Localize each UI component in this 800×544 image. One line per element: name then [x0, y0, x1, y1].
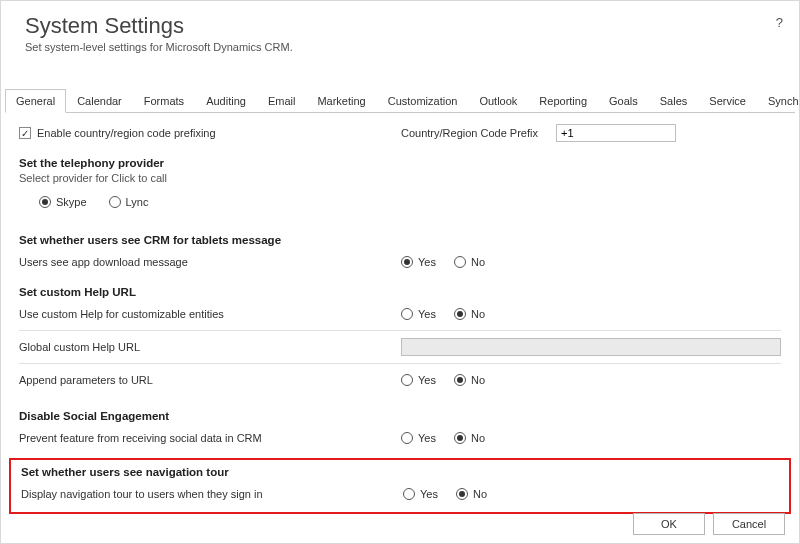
- radio-icon: [401, 308, 413, 320]
- tab-general[interactable]: General: [5, 89, 66, 113]
- tablets-label: Users see app download message: [19, 256, 401, 268]
- help-append-yes-radio[interactable]: Yes: [401, 374, 436, 386]
- tablets-no-radio[interactable]: No: [454, 256, 485, 268]
- telephony-section-desc: Select provider for Click to call: [19, 172, 781, 184]
- social-no-radio[interactable]: No: [454, 432, 485, 444]
- enable-prefix-checkbox[interactable]: ✓ Enable country/region code prefixing: [19, 127, 216, 139]
- help-append-label: Append parameters to URL: [19, 374, 401, 386]
- help-custom-no-radio[interactable]: No: [454, 308, 485, 320]
- page-subtitle: Set system-level settings for Microsoft …: [25, 41, 775, 53]
- help-url-label: Global custom Help URL: [19, 341, 401, 353]
- prefix-input[interactable]: [556, 124, 676, 142]
- checkbox-icon: ✓: [19, 127, 31, 139]
- prefix-field-label: Country/Region Code Prefix: [401, 127, 538, 139]
- radio-icon: [454, 432, 466, 444]
- radio-icon: [454, 256, 466, 268]
- tab-formats[interactable]: Formats: [133, 89, 195, 112]
- telephony-skype-radio[interactable]: Skype: [39, 196, 87, 208]
- radio-icon: [39, 196, 51, 208]
- tab-calendar[interactable]: Calendar: [66, 89, 133, 112]
- tab-reporting[interactable]: Reporting: [528, 89, 598, 112]
- enable-prefix-label: Enable country/region code prefixing: [37, 127, 216, 139]
- tablets-section-title: Set whether users see CRM for tablets me…: [19, 234, 781, 246]
- tab-auditing[interactable]: Auditing: [195, 89, 257, 112]
- ok-button[interactable]: OK: [633, 513, 705, 535]
- help-url-input[interactable]: [401, 338, 781, 356]
- tab-customization[interactable]: Customization: [377, 89, 469, 112]
- telephony-section-title: Set the telephony provider: [19, 157, 781, 169]
- radio-icon: [454, 308, 466, 320]
- page-title: System Settings: [25, 13, 775, 39]
- tab-outlook[interactable]: Outlook: [468, 89, 528, 112]
- navtour-label: Display navigation tour to users when th…: [21, 488, 403, 500]
- radio-icon: [109, 196, 121, 208]
- tab-service[interactable]: Service: [698, 89, 757, 112]
- help-custom-label: Use custom Help for customizable entitie…: [19, 308, 401, 320]
- radio-icon: [401, 432, 413, 444]
- tab-sales[interactable]: Sales: [649, 89, 699, 112]
- cancel-button[interactable]: Cancel: [713, 513, 785, 535]
- social-yes-radio[interactable]: Yes: [401, 432, 436, 444]
- tab-goals[interactable]: Goals: [598, 89, 649, 112]
- navtour-section-title: Set whether users see navigation tour: [21, 466, 779, 478]
- help-custom-yes-radio[interactable]: Yes: [401, 308, 436, 320]
- radio-icon: [401, 256, 413, 268]
- tab-marketing[interactable]: Marketing: [306, 89, 376, 112]
- social-label: Prevent feature from receiving social da…: [19, 432, 401, 444]
- tab-synchronization[interactable]: Synchronization: [757, 89, 800, 112]
- tablets-yes-radio[interactable]: Yes: [401, 256, 436, 268]
- radio-icon: [403, 488, 415, 500]
- social-section-title: Disable Social Engagement: [19, 410, 781, 422]
- radio-icon: [401, 374, 413, 386]
- navtour-yes-radio[interactable]: Yes: [403, 488, 438, 500]
- help-section-title: Set custom Help URL: [19, 286, 781, 298]
- telephony-lync-radio[interactable]: Lync: [109, 196, 149, 208]
- radio-icon: [454, 374, 466, 386]
- tab-email[interactable]: Email: [257, 89, 307, 112]
- radio-icon: [456, 488, 468, 500]
- navtour-no-radio[interactable]: No: [456, 488, 487, 500]
- help-append-no-radio[interactable]: No: [454, 374, 485, 386]
- help-icon[interactable]: ?: [776, 15, 783, 30]
